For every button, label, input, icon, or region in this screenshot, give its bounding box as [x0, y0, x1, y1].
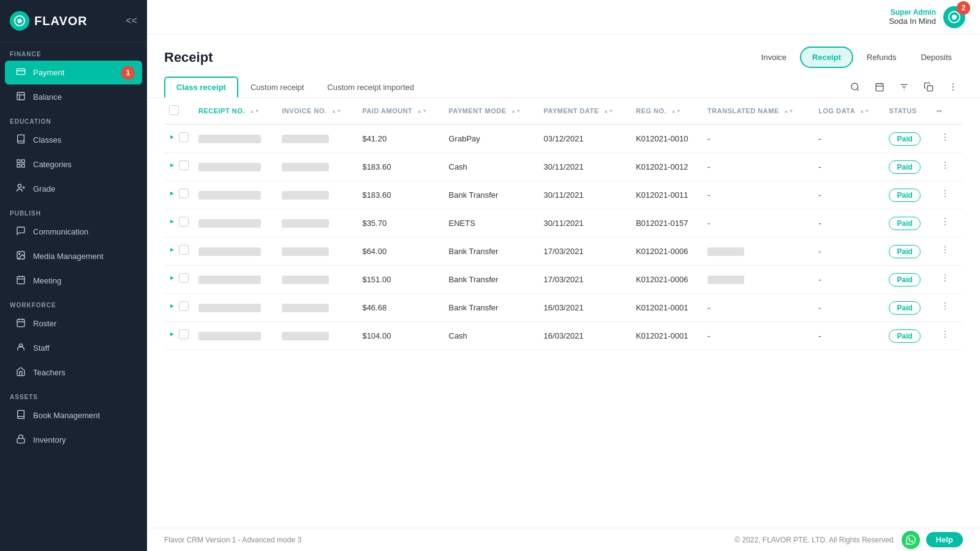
footer: Flavor CRM Version 1 - Advanced mode 3 ©… [147, 528, 980, 551]
select-all-checkbox[interactable] [169, 105, 179, 115]
more-icon[interactable] [943, 77, 963, 97]
sub-tab-class-receipt[interactable]: Class receipt [164, 77, 238, 98]
row-more-button[interactable] [937, 272, 954, 287]
row-checkbox[interactable] [179, 189, 189, 198]
col-header-paid-amount[interactable]: PAID AMOUNT ▲▼ [357, 98, 443, 124]
collapse-icon[interactable]: << [126, 15, 137, 26]
sidebar-section-workforce: WORKFORCE [0, 293, 147, 311]
sidebar-item-categories[interactable]: Categories [5, 152, 142, 176]
row-more-button[interactable] [937, 131, 954, 146]
row-checkbox[interactable] [179, 245, 189, 255]
row-expand-btn[interactable] [169, 330, 175, 339]
svg-point-38 [952, 83, 954, 84]
cell-payment-date: 30/11/2021 [539, 153, 631, 181]
sidebar-item-classes[interactable]: Classes [5, 128, 142, 152]
row-more-button[interactable] [937, 159, 954, 174]
sidebar-item-grade[interactable]: Grade [5, 177, 142, 201]
cell-paid-amount: $183.60 [357, 153, 443, 181]
sidebar-item-balance[interactable]: Balance [5, 85, 142, 109]
table-row: █████████████████████$64.00Bank Transfer… [164, 238, 963, 266]
main-area: Super Admin Soda In Mind 2 Receipt Invoi… [147, 0, 980, 551]
help-button[interactable]: Help [926, 532, 963, 547]
sidebar-item-inventory[interactable]: Inventory [5, 428, 142, 452]
row-checkbox[interactable] [179, 273, 189, 283]
sidebar-item-book-management[interactable]: Book Management [5, 403, 142, 427]
sidebar-section-finance: FINANCE [0, 42, 147, 60]
sub-tab-custom-receipt-imported[interactable]: Custom receipt imported [316, 78, 425, 97]
row-more-button[interactable] [937, 244, 954, 259]
svg-point-52 [944, 196, 946, 197]
sidebar-header: FLAVOR << [0, 0, 147, 42]
tab-refunds[interactable]: Refunds [856, 48, 907, 67]
row-checkbox[interactable] [179, 132, 189, 142]
row-checkbox[interactable] [179, 217, 189, 227]
tab-invoice[interactable]: Invoice [750, 48, 797, 67]
meeting-label: Meeting [33, 276, 61, 285]
cell-reg-no: K012021-0012 [631, 153, 703, 181]
sub-tabs: Class receiptCustom receiptCustom receip… [147, 68, 980, 98]
cell-actions [932, 266, 963, 294]
svg-rect-10 [21, 164, 24, 167]
row-expand-btn[interactable] [169, 217, 175, 227]
inventory-icon [15, 434, 27, 446]
row-expand-btn[interactable] [169, 189, 175, 198]
sort-icon-reg-no: ▲▼ [671, 109, 682, 114]
row-expand-btn[interactable] [169, 133, 175, 142]
sidebar-section-publish: PUBLISH [0, 201, 147, 219]
tab-deposits[interactable]: Deposits [910, 48, 963, 67]
col-header-reg-no[interactable]: REG NO. ▲▼ [631, 98, 703, 124]
svg-rect-37 [927, 86, 933, 91]
cell-translated-name: - [703, 322, 813, 350]
topbar-badge: 2 [957, 1, 970, 15]
calendar-icon[interactable] [870, 77, 889, 97]
svg-point-56 [944, 224, 946, 225]
cell-log-data: - [813, 238, 884, 266]
sidebar-item-meeting[interactable]: Meeting [5, 269, 142, 293]
logo-text: FLAVOR [34, 14, 88, 28]
row-more-button[interactable] [937, 216, 954, 231]
row-more-button[interactable] [937, 187, 954, 203]
row-more-button[interactable] [937, 300, 954, 315]
page-title: Receipt [164, 50, 213, 66]
whatsapp-button[interactable] [902, 531, 920, 549]
row-checkbox[interactable] [179, 301, 189, 311]
tab-receipt[interactable]: Receipt [800, 47, 853, 68]
row-expand-btn[interactable] [169, 161, 175, 170]
cell-actions [932, 209, 963, 238]
col-header-payment-mode[interactable]: PAYMENT MODE ▲▼ [444, 98, 539, 124]
search-icon[interactable] [845, 77, 865, 97]
svg-rect-16 [17, 277, 24, 284]
svg-line-29 [857, 89, 859, 91]
col-header-receipt-no[interactable]: RECEIPT NO. ▲▼ [194, 98, 277, 124]
row-more-button[interactable] [937, 328, 954, 343]
cell-translated-name: ███████ [703, 238, 813, 266]
sidebar-item-teachers[interactable]: Teachers [5, 361, 142, 384]
cell-status: Paid [884, 322, 932, 350]
row-checkbox[interactable] [179, 160, 189, 170]
col-header-invoice-no[interactable]: INVOICE NO. ▲▼ [277, 98, 357, 124]
cell-status: Paid [884, 238, 932, 266]
svg-point-64 [944, 280, 946, 282]
cell-payment-mode: Bank Transfer [444, 238, 539, 266]
row-expand-btn[interactable] [169, 302, 175, 311]
sidebar-item-roster[interactable]: Roster [5, 312, 142, 335]
row-expand-btn[interactable] [169, 246, 175, 255]
sidebar-item-payment[interactable]: Payment1 [5, 61, 142, 84]
svg-marker-41 [170, 135, 174, 139]
cell-payment-mode: Cash [444, 322, 539, 350]
filter-icon[interactable] [894, 77, 914, 97]
sidebar-item-communication[interactable]: Communication [5, 220, 142, 244]
sidebar-item-staff[interactable]: Staff [5, 336, 142, 360]
payment-badge: 1 [121, 66, 135, 80]
col-header-log-data[interactable]: LOG DATA ▲▼ [813, 98, 884, 124]
cell-payment-mode: Bank Transfer [444, 266, 539, 294]
copy-icon[interactable] [919, 77, 938, 97]
cell-payment-date: 30/11/2021 [539, 181, 631, 209]
col-header-translated-name[interactable]: TRANSLATED NAME ▲▼ [703, 98, 813, 124]
sidebar-item-media[interactable]: Media Management [5, 244, 142, 268]
row-checkbox[interactable] [179, 329, 189, 339]
col-header-payment-date[interactable]: PAYMENT DATE ▲▼ [539, 98, 631, 124]
cell-reg-no: B012021-0157 [631, 209, 703, 238]
row-expand-btn[interactable] [169, 274, 175, 283]
sub-tab-custom-receipt[interactable]: Custom receipt [239, 78, 315, 97]
